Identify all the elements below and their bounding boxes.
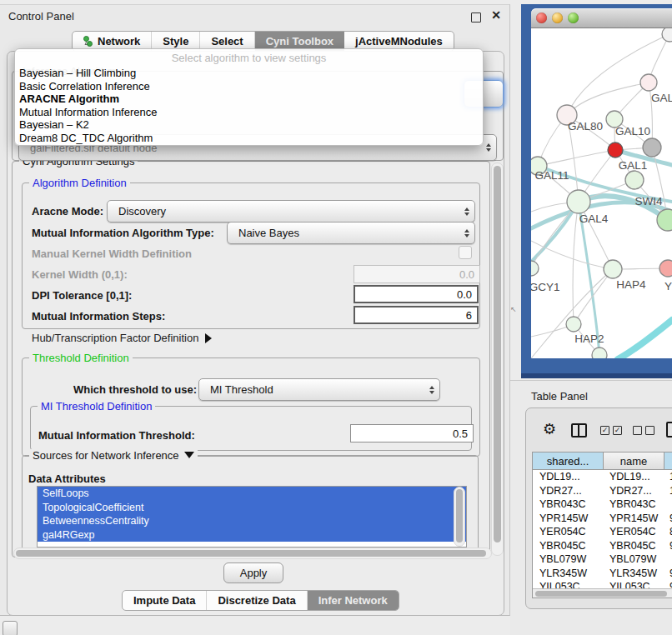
node-label: HAP4: [616, 278, 646, 291]
data-attributes-label: Data Attributes: [28, 472, 106, 485]
close-traffic-light[interactable]: [536, 12, 547, 23]
table-cell[interactable]: YBR045C: [604, 540, 664, 552]
table-cell[interactable]: YLR345W: [604, 568, 664, 579]
table-cell[interactable]: 12: [664, 485, 672, 497]
node-label: GCY1: [531, 281, 559, 293]
table-horizontal-scrollbar[interactable]: [533, 588, 672, 598]
network-window-titlebar[interactable]: [531, 8, 672, 28]
expand-right-icon[interactable]: [205, 333, 212, 343]
column-header-name[interactable]: name: [604, 452, 664, 469]
table-cell[interactable]: YBR043C: [533, 498, 604, 510]
data-attributes-list[interactable]: SelfLoops TopologicalCoefficient Between…: [37, 486, 467, 548]
network-node[interactable]: [659, 260, 672, 277]
table-cell[interactable]: YBR043C: [604, 498, 664, 510]
dpi-tolerance-field[interactable]: 0.0: [354, 285, 479, 303]
gear-icon[interactable]: ⚙: [543, 422, 556, 437]
collapse-down-icon[interactable]: [184, 452, 194, 458]
column-header-partial[interactable]: [664, 452, 672, 469]
table-cell[interactable]: 9.: [664, 512, 672, 524]
menu-item-bayesian-hill-climbing[interactable]: Bayesian – Hill Climbing: [15, 67, 483, 80]
manual-kernel-width-checkbox[interactable]: [459, 246, 472, 259]
settings-vertical-scrollbar[interactable]: [491, 162, 504, 556]
table-row[interactable]: YER054CYER054C8.: [533, 525, 672, 539]
tab-impute-data[interactable]: Impute Data: [123, 591, 207, 610]
settings-horizontal-scrollbar[interactable]: [13, 548, 492, 559]
zoom-traffic-light[interactable]: [568, 12, 579, 23]
float-icon[interactable]: [471, 12, 481, 22]
split-columns-icon[interactable]: [571, 423, 587, 438]
network-node[interactable]: [604, 260, 622, 278]
aracne-mode-combo[interactable]: Discovery: [107, 200, 475, 222]
table-row[interactable]: YBR043CYBR043C: [533, 498, 672, 512]
table-row[interactable]: YBL079WYBL079W: [533, 552, 672, 567]
table-cell[interactable]: YLR345W: [533, 568, 604, 579]
menu-item-aracne[interactable]: ARACNE Algorithm: [15, 92, 483, 106]
menu-item-mutual-information[interactable]: Mutual Information Inference: [15, 106, 483, 119]
network-node[interactable]: [662, 28, 672, 42]
minimize-traffic-light[interactable]: [552, 12, 563, 23]
table-cell[interactable]: 13: [664, 471, 672, 482]
list-item-selfloops[interactable]: SelfLoops: [38, 487, 466, 501]
collapsed-panel-button[interactable]: [3, 621, 18, 635]
menu-item-basic-correlation[interactable]: Basic Correlation Inference: [15, 80, 483, 93]
table-cell[interactable]: YPR145W: [533, 512, 604, 524]
network-node[interactable]: [566, 317, 581, 332]
scrollbar-thumb[interactable]: [535, 591, 667, 597]
tab-infer-network[interactable]: Infer Network: [308, 591, 399, 610]
list-vertical-scrollbar[interactable]: [454, 487, 465, 547]
table-row[interactable]: YDR27...YDR27...12: [533, 484, 672, 498]
mi-threshold-field[interactable]: 0.5: [350, 424, 474, 442]
table-cell[interactable]: 8.: [664, 526, 672, 538]
network-canvas[interactable]: GALGAL80GAL10GAL1GAL11GAL4SWI4GCY1HAP4YH…: [531, 28, 672, 358]
threshold-definition-title: Threshold Definition: [29, 352, 133, 364]
network-node[interactable]: [608, 142, 623, 158]
hub-definition-toggle[interactable]: Hub/Transcription Factor Definition: [32, 332, 212, 344]
node-label: GAL1: [619, 159, 648, 172]
list-item-betweennesscentrality[interactable]: BetweennessCentrality: [38, 514, 466, 528]
table-cell[interactable]: YBL079W: [604, 553, 664, 565]
table-row[interactable]: YLR345WYLR345W9.: [533, 567, 672, 581]
table-cell[interactable]: 9.: [664, 540, 672, 552]
list-item-topologicalcoefficient[interactable]: TopologicalCoefficient: [38, 501, 466, 515]
list-item-gal4rgexp[interactable]: gal4RGexp: [38, 528, 466, 542]
network-node[interactable]: [640, 74, 657, 91]
column-header-shared-name[interactable]: shared...: [533, 452, 604, 469]
which-threshold-value: MI Threshold: [199, 383, 424, 396]
close-icon[interactable]: ✕: [491, 8, 501, 22]
apply-button[interactable]: Apply: [223, 562, 283, 583]
tab-discretize-data[interactable]: Discretize Data: [207, 591, 307, 610]
panel-splitter-handle[interactable]: ↖: [510, 305, 517, 313]
mi-steps-field[interactable]: 6: [354, 306, 479, 324]
new-table-icon[interactable]: [666, 422, 672, 438]
network-node[interactable]: [592, 348, 607, 358]
network-node[interactable]: [643, 138, 661, 157]
mi-algorithm-type-value: Naive Bayes: [228, 227, 459, 239]
table-cell[interactable]: YBL079W: [533, 553, 604, 565]
table-cell[interactable]: YER054C: [533, 526, 604, 538]
table-cell[interactable]: YDR27...: [533, 485, 604, 497]
table-cell[interactable]: YBR045C: [533, 540, 604, 552]
scrollbar-thumb[interactable]: [494, 166, 501, 542]
menu-item-bayesian-k2[interactable]: Bayesian – K2: [15, 118, 483, 132]
which-threshold-combo[interactable]: MI Threshold: [198, 378, 440, 401]
mi-algorithm-type-combo[interactable]: Naive Bayes: [227, 222, 475, 244]
scrollbar-thumb[interactable]: [456, 489, 463, 542]
table-cell[interactable]: YER054C: [604, 526, 664, 538]
table-cell[interactable]: YPR145W: [604, 512, 664, 524]
table-cell[interactable]: YDL19...: [604, 471, 664, 482]
table-row[interactable]: YBR045CYBR045C9.: [533, 539, 672, 553]
deselect-all-checks-icon[interactable]: [633, 426, 654, 435]
scrollbar-thumb[interactable]: [16, 550, 486, 557]
sources-group-title[interactable]: Sources for Network Inference: [29, 449, 198, 462]
network-node[interactable]: [625, 171, 644, 189]
table-cell[interactable]: 9.: [664, 568, 672, 579]
network-node[interactable]: [531, 261, 539, 276]
menu-item-dream8[interactable]: Dream8 DC_TDC Algorithm: [15, 132, 483, 145]
table-row[interactable]: YDL19...YDL19...13: [533, 470, 672, 484]
select-all-checks-icon[interactable]: ✓ ✓: [600, 426, 622, 435]
table-row[interactable]: YPR145WYPR145W9.: [533, 512, 672, 526]
network-node[interactable]: [567, 190, 590, 213]
table-cell[interactable]: YDL19...: [533, 471, 604, 482]
kernel-width-field[interactable]: 0.0: [354, 265, 480, 283]
table-cell[interactable]: YDR27...: [604, 485, 664, 497]
